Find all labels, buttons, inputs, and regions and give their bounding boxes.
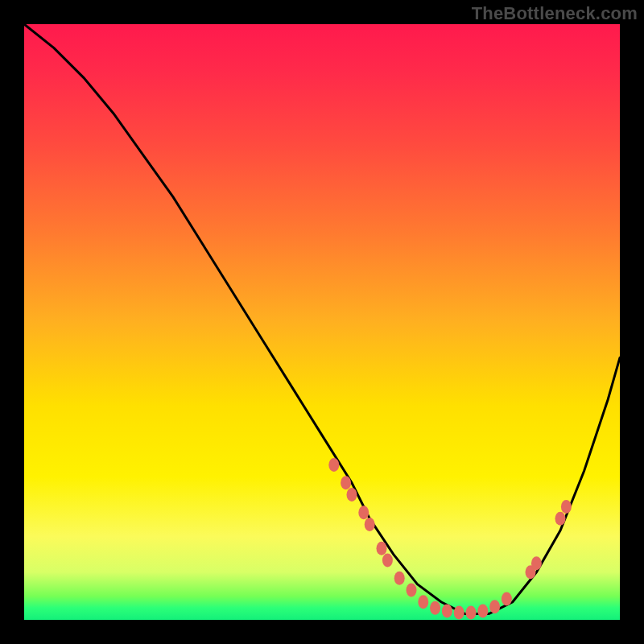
watermark-text: TheBottleneck.com: [472, 3, 638, 24]
data-point-marker: [358, 506, 369, 519]
data-point-marker: [555, 512, 566, 526]
data-point-marker: [394, 572, 405, 585]
data-point-marker: [377, 542, 387, 555]
data-point-marker: [328, 458, 339, 472]
bottleneck-curve: [24, 24, 620, 614]
data-point-marker: [454, 606, 464, 620]
data-point-marker: [531, 556, 542, 570]
chart-svg: [24, 24, 620, 620]
data-point-marker: [489, 600, 500, 613]
data-point-marker: [466, 606, 477, 620]
data-point-marker: [407, 584, 417, 597]
chart-stage: TheBottleneck.com: [0, 0, 644, 644]
data-point-marker: [341, 476, 351, 489]
data-point-marker: [347, 488, 357, 502]
data-point-marker: [442, 604, 452, 617]
marker-layer: [328, 458, 572, 620]
data-point-marker: [418, 595, 428, 609]
plot-area: [24, 24, 620, 620]
data-point-marker: [382, 554, 393, 568]
data-point-marker: [502, 592, 512, 606]
data-point-marker: [365, 518, 375, 531]
data-point-marker: [430, 601, 440, 615]
data-point-marker: [561, 500, 572, 514]
data-point-marker: [477, 604, 488, 617]
